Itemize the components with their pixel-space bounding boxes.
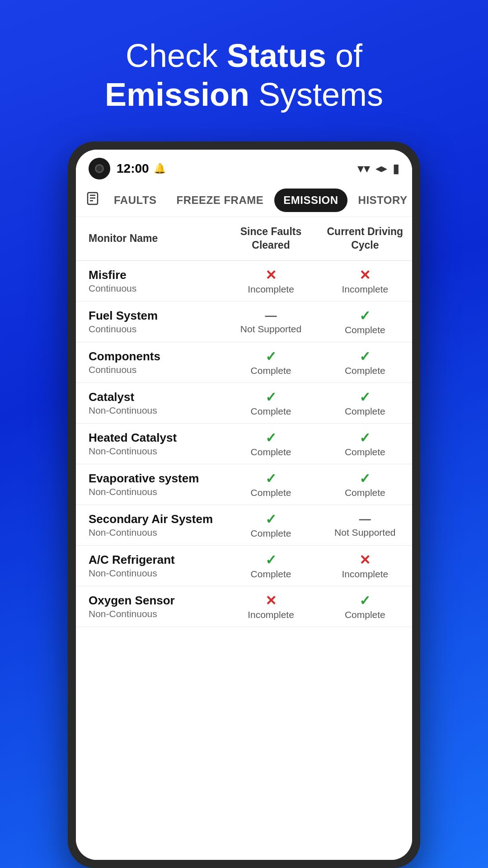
camera-icon bbox=[89, 158, 110, 179]
signal-icon: 🔔 bbox=[154, 163, 166, 175]
monitor-name: Catalyst bbox=[89, 390, 216, 404]
tab-history[interactable]: History bbox=[349, 189, 412, 212]
complete-icon: ✓ bbox=[359, 430, 371, 446]
status-label: Not Supported bbox=[334, 527, 395, 538]
complete-icon: ✓ bbox=[359, 349, 371, 364]
status-label: Complete bbox=[251, 365, 291, 376]
monitor-type: Continuous bbox=[89, 324, 216, 335]
monitor-name: Misfire bbox=[89, 268, 216, 282]
complete-icon: ✓ bbox=[359, 593, 371, 609]
status-label: Not Supported bbox=[240, 324, 301, 335]
complete-icon: ✓ bbox=[359, 389, 371, 405]
obd-icon bbox=[85, 191, 100, 209]
since-faults-cell: ✕Incomplete bbox=[224, 586, 318, 627]
monitor-type: Non-Continuous bbox=[89, 527, 216, 538]
table-row: Fuel SystemContinuous—Not Supported✓Comp… bbox=[76, 301, 412, 342]
incomplete-icon: ✕ bbox=[265, 593, 277, 609]
status-time: 12:00 bbox=[117, 161, 149, 176]
wifi-icon: ▾▾ bbox=[357, 161, 370, 176]
since-faults-cell: —Not Supported bbox=[224, 301, 318, 342]
monitor-name: Heated Catalyst bbox=[89, 431, 216, 445]
monitor-type: Continuous bbox=[89, 364, 216, 375]
monitor-name: Evaporative system bbox=[89, 472, 216, 486]
status-label: Complete bbox=[251, 406, 291, 417]
current-cycle-cell: ✓Complete bbox=[318, 342, 412, 382]
col-since-faults: Since FaultsCleared bbox=[224, 217, 318, 260]
table-row: A/C RefrigerantNon-Continuous✓Complete✕I… bbox=[76, 545, 412, 586]
current-cycle-cell: —Not Supported bbox=[318, 505, 412, 545]
since-faults-cell: ✓Complete bbox=[224, 423, 318, 464]
status-label: Complete bbox=[345, 406, 385, 417]
status-label: Complete bbox=[251, 528, 291, 539]
table-row: ComponentsContinuous✓Complete✓Complete bbox=[76, 342, 412, 382]
monitor-type: Non-Continuous bbox=[89, 609, 216, 619]
since-faults-cell: ✓Complete bbox=[224, 545, 318, 586]
status-label: Complete bbox=[251, 487, 291, 498]
complete-icon: ✓ bbox=[359, 471, 371, 486]
current-cycle-cell: ✓Complete bbox=[318, 586, 412, 627]
status-bar: 12:00 🔔 ▾▾ ◂▸ ▮ bbox=[76, 150, 412, 184]
emission-table-container: Monitor Name Since FaultsCleared Current… bbox=[76, 217, 412, 860]
headline-text: Check Status ofEmission Systems bbox=[105, 38, 383, 113]
incomplete-icon: ✕ bbox=[359, 267, 371, 283]
complete-icon: ✓ bbox=[265, 389, 277, 405]
complete-icon: ✓ bbox=[265, 471, 277, 486]
tab-freeze-frame[interactable]: Freeze Frame bbox=[168, 189, 273, 212]
nav-tabs: Faults Freeze Frame Emission History bbox=[76, 184, 412, 217]
phone-screen: 12:00 🔔 ▾▾ ◂▸ ▮ Faults Freeze Frame Emis… bbox=[76, 150, 412, 860]
complete-icon: ✓ bbox=[265, 511, 277, 527]
table-row: CatalystNon-Continuous✓Complete✓Complete bbox=[76, 382, 412, 423]
since-faults-cell: ✕Incomplete bbox=[224, 260, 318, 301]
monitor-type: Non-Continuous bbox=[89, 446, 216, 457]
current-cycle-cell: ✓Complete bbox=[318, 464, 412, 505]
col-current-driving: Current DrivingCycle bbox=[318, 217, 412, 260]
status-label: Complete bbox=[251, 569, 291, 580]
complete-icon: ✓ bbox=[265, 430, 277, 446]
status-label: Complete bbox=[251, 447, 291, 458]
tab-emission[interactable]: Emission bbox=[274, 189, 347, 212]
complete-icon: ✓ bbox=[265, 552, 277, 568]
status-label: Incomplete bbox=[248, 609, 294, 620]
current-cycle-cell: ✕Incomplete bbox=[318, 545, 412, 586]
monitor-name: Fuel System bbox=[89, 309, 216, 323]
monitor-name: A/C Refrigerant bbox=[89, 553, 216, 567]
status-label: Complete bbox=[345, 447, 385, 458]
monitor-name: Secondary Air System bbox=[89, 512, 216, 526]
since-faults-cell: ✓Complete bbox=[224, 464, 318, 505]
since-faults-cell: ✓Complete bbox=[224, 382, 318, 423]
complete-icon: ✓ bbox=[265, 349, 277, 364]
table-row: Secondary Air SystemNon-Continuous✓Compl… bbox=[76, 505, 412, 545]
battery-icon: ▮ bbox=[393, 161, 399, 176]
table-row: Oxygen SensorNon-Continuous✕Incomplete✓C… bbox=[76, 586, 412, 627]
emission-table: Monitor Name Since FaultsCleared Current… bbox=[76, 217, 412, 627]
status-label: Incomplete bbox=[248, 284, 294, 295]
status-label: Complete bbox=[345, 609, 385, 620]
not-supported-icon: — bbox=[265, 309, 277, 323]
monitor-name: Oxygen Sensor bbox=[89, 594, 216, 608]
since-faults-cell: ✓Complete bbox=[224, 505, 318, 545]
monitor-type: Non-Continuous bbox=[89, 405, 216, 416]
tab-faults[interactable]: Faults bbox=[105, 189, 166, 212]
current-cycle-cell: ✕Incomplete bbox=[318, 260, 412, 301]
incomplete-icon: ✕ bbox=[265, 267, 277, 283]
monitor-type: Continuous bbox=[89, 283, 216, 294]
status-label: Complete bbox=[345, 325, 385, 335]
not-supported-icon: — bbox=[359, 512, 371, 526]
wifi-symbol: ◂▸ bbox=[375, 161, 387, 175]
complete-icon: ✓ bbox=[359, 308, 371, 324]
since-faults-cell: ✓Complete bbox=[224, 342, 318, 382]
table-row: MisfireContinuous✕Incomplete✕Incomplete bbox=[76, 260, 412, 301]
headline: Check Status ofEmission Systems bbox=[78, 0, 410, 142]
status-label: Incomplete bbox=[342, 284, 388, 295]
status-label: Complete bbox=[345, 487, 385, 498]
phone-frame: 12:00 🔔 ▾▾ ◂▸ ▮ Faults Freeze Frame Emis… bbox=[68, 142, 420, 868]
current-cycle-cell: ✓Complete bbox=[318, 382, 412, 423]
current-cycle-cell: ✓Complete bbox=[318, 423, 412, 464]
table-row: Evaporative systemNon-Continuous✓Complet… bbox=[76, 464, 412, 505]
monitor-type: Non-Continuous bbox=[89, 486, 216, 497]
col-monitor-name: Monitor Name bbox=[76, 217, 224, 260]
incomplete-icon: ✕ bbox=[359, 552, 371, 568]
monitor-type: Non-Continuous bbox=[89, 568, 216, 579]
monitor-name: Components bbox=[89, 349, 216, 363]
table-row: Heated CatalystNon-Continuous✓Complete✓C… bbox=[76, 423, 412, 464]
